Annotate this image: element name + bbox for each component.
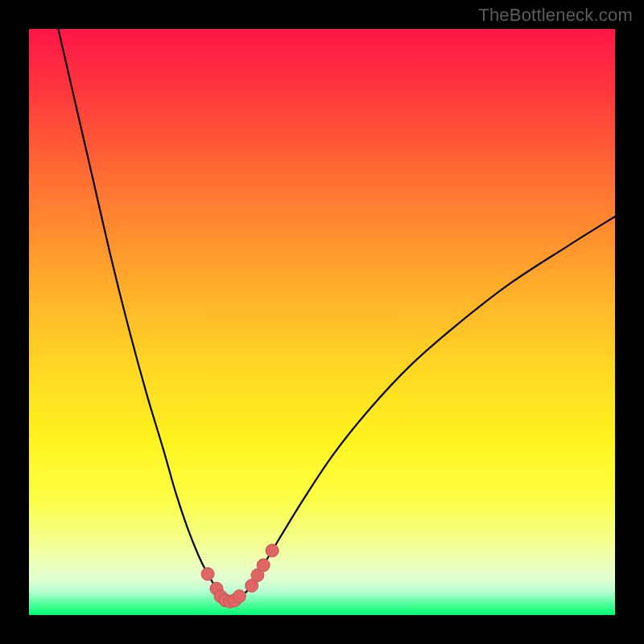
chart-plot-area <box>29 29 615 615</box>
watermark-label: TheBottleneck.com <box>478 5 633 26</box>
chart-svg <box>29 29 615 615</box>
curve-marker <box>233 590 246 603</box>
curve-markers <box>201 544 279 608</box>
curve-marker <box>266 544 279 557</box>
curve-marker <box>257 559 270 572</box>
bottleneck-curve <box>58 29 615 602</box>
curve-marker <box>201 568 214 580</box>
